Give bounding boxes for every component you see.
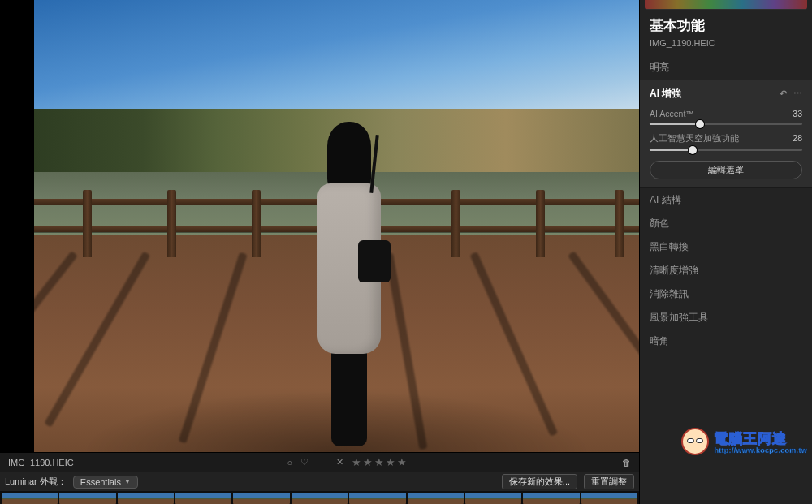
ai-panel-title: AI 增強 [650, 87, 681, 101]
app-root: IMG_1190.HEIC ○ ♡ ✕ ★★★★★ 🗑 Luminar 外觀： … [0, 0, 812, 504]
undo-icon[interactable]: ↶ [780, 88, 787, 99]
thumbnail-strip[interactable] [0, 491, 639, 504]
look-preset-dropdown[interactable]: Essentials ▼ [73, 476, 138, 489]
flag-icon[interactable]: ○ [287, 458, 293, 467]
footer-looks-bar: Luminar 外觀： Essentials ▼ 保存新的效果... 重置調整 [0, 472, 639, 491]
sidebar-filename: IMG_1190.HEIC [640, 38, 812, 56]
reject-icon[interactable]: ✕ [336, 457, 343, 467]
slider-label: 人工智慧天空加強功能 [650, 133, 739, 144]
editor-left: IMG_1190.HEIC ○ ♡ ✕ ★★★★★ 🗑 Luminar 外觀： … [0, 0, 639, 504]
image-canvas[interactable] [0, 0, 639, 452]
section-bw[interactable]: 黑白轉換 [640, 235, 812, 259]
section-denoise[interactable]: 消除雜訊 [640, 282, 812, 306]
slider-value: 33 [793, 109, 802, 118]
edit-sidebar: 基本功能 IMG_1190.HEIC 明亮 AI 增強 ↶ ⋯ AI Accen… [639, 0, 812, 504]
reset-button[interactable]: 重置調整 [584, 474, 634, 489]
heart-icon[interactable]: ♡ [300, 457, 309, 467]
ai-enhance-panel: AI 增強 ↶ ⋯ AI Accent™33人工智慧天空加強功能28 編輯遮罩 [640, 80, 812, 188]
look-label: Luminar 外觀： [5, 476, 67, 488]
section-light[interactable]: 明亮 [640, 56, 812, 80]
slider-knob[interactable] [696, 120, 704, 128]
photo-painting [34, 0, 639, 452]
slider-accent[interactable]: AI Accent™33 [650, 109, 802, 125]
slider-knob[interactable] [689, 146, 697, 154]
slider-track[interactable] [650, 123, 802, 125]
section-vignette[interactable]: 暗角 [640, 330, 812, 353]
slider-track[interactable] [650, 149, 802, 151]
chevron-down-icon: ▼ [124, 478, 131, 485]
footer-filename: IMG_1190.HEIC [8, 458, 74, 467]
slider-value: 28 [793, 133, 802, 144]
section-color[interactable]: 顏色 [640, 212, 812, 235]
look-preset-value: Essentials [80, 477, 121, 487]
section-landscape[interactable]: 風景加強工具 [640, 306, 812, 330]
trash-icon[interactable]: 🗑 [622, 458, 631, 467]
rating-stars[interactable]: ★★★★★ [352, 456, 408, 468]
sidebar-title: 基本功能 [640, 16, 812, 38]
edit-mask-button[interactable]: 編輯遮罩 [650, 161, 802, 179]
slider-label: AI Accent™ [650, 109, 694, 118]
more-icon[interactable]: ⋯ [793, 88, 802, 99]
save-effect-button[interactable]: 保存新的效果... [502, 474, 577, 489]
histogram[interactable] [645, 0, 807, 10]
section-clarity[interactable]: 清晰度增強 [640, 259, 812, 282]
footer-info-bar: IMG_1190.HEIC ○ ♡ ✕ ★★★★★ 🗑 [0, 452, 639, 472]
section-ai-structure[interactable]: AI 結構 [640, 188, 812, 212]
slider-sky[interactable]: 人工智慧天空加強功能28 [650, 133, 802, 151]
